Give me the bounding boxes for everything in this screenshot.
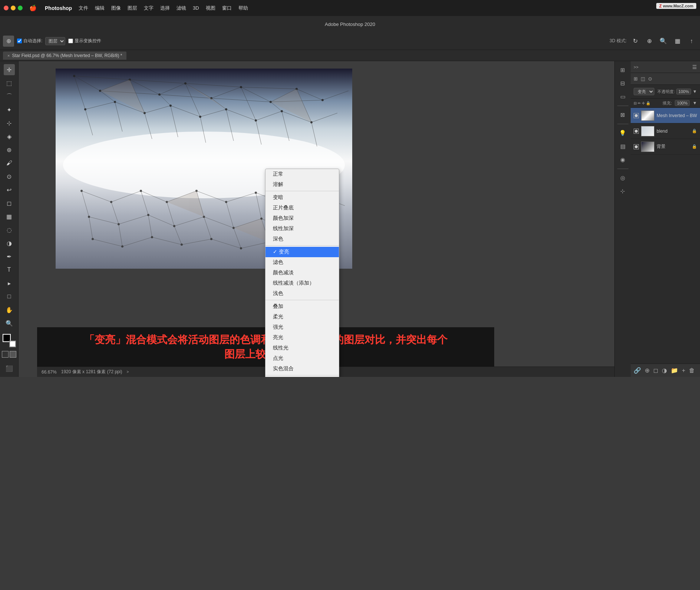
blend-lighten[interactable]: 变亮: [265, 247, 339, 257]
layer-visibility-eye-mesh[interactable]: [634, 113, 639, 118]
lasso-tool[interactable]: ⌒: [4, 91, 15, 102]
marquee-tool[interactable]: ⬚: [4, 77, 15, 89]
move-tool[interactable]: ✛: [4, 64, 15, 75]
eraser-tool[interactable]: ◻: [4, 198, 15, 209]
opacity-value[interactable]: 100%: [676, 89, 691, 95]
layer-visibility-eye-bg[interactable]: [634, 144, 639, 149]
blend-linear-dodge[interactable]: 线性减淡（添加）: [265, 278, 339, 288]
rect-icon[interactable]: ▭: [617, 91, 629, 103]
channels-icon[interactable]: ◫: [641, 76, 645, 82]
menu-text[interactable]: 文字: [144, 5, 153, 11]
menu-layer[interactable]: 图层: [128, 5, 137, 11]
minimize-button[interactable]: [11, 6, 16, 10]
blend-dissolve[interactable]: 溶解: [265, 179, 339, 190]
screen-mode-icon[interactable]: ⬛: [4, 363, 15, 374]
add-group-icon[interactable]: 📁: [671, 367, 678, 374]
menu-filter[interactable]: 滤镜: [176, 5, 186, 11]
blend-linear-light[interactable]: 线性光: [265, 343, 339, 353]
dodge-tool[interactable]: ◑: [4, 238, 15, 249]
blend-difference[interactable]: 差值: [265, 377, 339, 377]
menu-view[interactable]: 视图: [206, 5, 215, 11]
menu-3d[interactable]: 3D: [193, 5, 199, 11]
delete-layer-icon[interactable]: 🗑: [689, 367, 695, 374]
pan-3d-icon[interactable]: ⊕: [644, 36, 655, 47]
show-transform-input[interactable]: [68, 39, 73, 43]
lock-all-icon[interactable]: 🔒: [646, 101, 650, 105]
fill-value[interactable]: 100%: [675, 100, 690, 106]
blend-overlay[interactable]: 叠加: [265, 301, 339, 312]
blend-color-burn[interactable]: 颜色加深: [265, 213, 339, 223]
lock-position-icon[interactable]: ✛: [642, 101, 645, 105]
crop-tool[interactable]: ⊹: [4, 117, 15, 129]
blend-linear-burn[interactable]: 线性加深: [265, 223, 339, 234]
layers-expand-icon[interactable]: >>: [634, 65, 638, 69]
more-grid-icon[interactable]: ⊠: [617, 109, 629, 121]
blend-lighter-color[interactable]: 浅色: [265, 288, 339, 299]
blend-hard-light[interactable]: 强光: [265, 322, 339, 332]
quick-mask-mode-icon[interactable]: [10, 351, 16, 358]
circle-icon[interactable]: ◉: [617, 154, 629, 166]
transform-icon[interactable]: ⊹: [617, 185, 629, 197]
add-adjustment-icon[interactable]: ◑: [662, 367, 667, 374]
layer-item-mesh[interactable]: Mesh Inverted – BW: [631, 108, 700, 123]
blend-screen[interactable]: 滤色: [265, 257, 339, 268]
text-tool[interactable]: T: [4, 264, 15, 275]
blend-multiply[interactable]: 正片叠底: [265, 203, 339, 213]
paths-icon[interactable]: ⊙: [648, 76, 652, 82]
eyedropper-tool[interactable]: ◈: [4, 131, 15, 142]
pen-tool[interactable]: ✒: [4, 251, 15, 262]
layer-select-dropdown[interactable]: 图层: [45, 37, 65, 45]
auto-select-checkbox[interactable]: 自动选择:: [17, 38, 42, 44]
library-icon[interactable]: ▤: [617, 140, 629, 152]
status-arrow-icon[interactable]: >: [126, 370, 129, 374]
zoom-tool[interactable]: 🔍: [4, 318, 15, 329]
link-layers-icon[interactable]: 🔗: [634, 367, 641, 374]
blend-normal[interactable]: 正常: [265, 169, 339, 179]
background-swatch[interactable]: [9, 341, 16, 347]
blend-pin-light[interactable]: 点光: [265, 353, 339, 364]
blend-darken[interactable]: 变暗: [265, 192, 339, 203]
tab-close-icon[interactable]: ×: [7, 53, 10, 58]
layers-panel-icon[interactable]: ⊞: [634, 76, 638, 82]
move-tool-icon[interactable]: ⊕: [3, 36, 14, 47]
layers-blend-select[interactable]: 变亮: [634, 88, 654, 95]
blend-darker-color[interactable]: 深色: [265, 234, 339, 244]
panel-icon[interactable]: ▦: [672, 36, 683, 47]
quick-select-tool[interactable]: ✦: [4, 104, 15, 115]
blur-tool[interactable]: ◌: [4, 224, 15, 235]
panels-toggle-icon[interactable]: ⊞: [617, 64, 629, 76]
brush-tool[interactable]: 🖌: [4, 158, 15, 169]
blend-soft-light[interactable]: 柔光: [265, 312, 339, 322]
gradient-tool[interactable]: ▦: [4, 211, 15, 222]
menu-edit[interactable]: 编辑: [95, 5, 105, 11]
auto-select-input[interactable]: [17, 39, 22, 43]
lock-transparent-icon[interactable]: ⊟: [634, 101, 637, 105]
shape-tool[interactable]: □: [4, 291, 15, 302]
show-transform-checkbox[interactable]: 显示变换控件: [68, 38, 101, 44]
grid-icon[interactable]: ⊟: [617, 77, 629, 89]
blend-color-dodge[interactable]: 颜色减淡: [265, 268, 339, 278]
search-icon[interactable]: 🔍: [658, 36, 669, 47]
new-layer-icon[interactable]: +: [682, 367, 685, 374]
layers-menu-icon[interactable]: ☰: [692, 64, 697, 70]
layer-item-bg[interactable]: 背景 🔒: [631, 139, 700, 155]
layer-item-blend[interactable]: blend 🔒: [631, 123, 700, 139]
add-mask-icon[interactable]: ◻: [653, 367, 658, 374]
lock-image-icon[interactable]: ✏: [638, 101, 641, 105]
history-brush-tool[interactable]: ↩: [4, 184, 15, 195]
path-select-tool[interactable]: ▸: [4, 278, 15, 289]
clone-tool[interactable]: ⊙: [4, 171, 15, 182]
opacity-dropdown-icon[interactable]: ▼: [693, 89, 697, 94]
spot-heal-tool[interactable]: ⊛: [4, 144, 15, 155]
close-button[interactable]: [4, 6, 9, 10]
menu-help[interactable]: 帮助: [238, 5, 248, 11]
fill-dropdown-icon[interactable]: ▼: [693, 100, 697, 106]
blend-hard-mix[interactable]: 实色混合: [265, 364, 339, 374]
hand-tool[interactable]: ✋: [4, 304, 15, 315]
share-icon[interactable]: ↑: [686, 36, 697, 47]
rotate-3d-icon[interactable]: ↻: [630, 36, 641, 47]
standard-mode-icon[interactable]: [2, 351, 9, 358]
blend-vivid-light[interactable]: 亮光: [265, 332, 339, 343]
menu-select[interactable]: 选择: [160, 5, 170, 11]
menu-image[interactable]: 图像: [111, 5, 121, 11]
